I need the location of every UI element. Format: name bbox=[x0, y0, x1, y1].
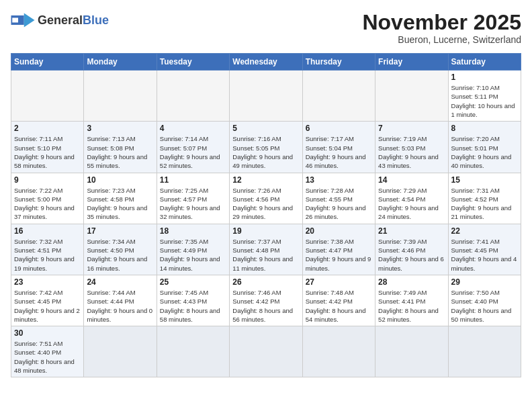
calendar-day-14: 14Sunrise: 7:29 AMSunset: 4:54 PMDayligh… bbox=[375, 173, 448, 224]
calendar-day-21: 21Sunrise: 7:39 AMSunset: 4:46 PMDayligh… bbox=[375, 224, 448, 275]
day-number-30: 30 bbox=[14, 328, 81, 338]
day-number-24: 24 bbox=[87, 277, 153, 287]
logo-icon bbox=[11, 11, 35, 30]
day-info-25: Sunrise: 7:45 AMSunset: 4:43 PMDaylight:… bbox=[160, 288, 226, 324]
day-number-11: 11 bbox=[160, 175, 226, 185]
calendar-day-27: 27Sunrise: 7:48 AMSunset: 4:42 PMDayligh… bbox=[302, 275, 375, 326]
calendar-row-4: 16Sunrise: 7:32 AMSunset: 4:51 PMDayligh… bbox=[11, 224, 521, 275]
calendar-day-15: 15Sunrise: 7:31 AMSunset: 4:52 PMDayligh… bbox=[448, 173, 521, 224]
day-number-21: 21 bbox=[378, 226, 445, 236]
day-number-17: 17 bbox=[87, 226, 153, 236]
day-info-16: Sunrise: 7:32 AMSunset: 4:51 PMDaylight:… bbox=[14, 237, 81, 273]
calendar-day-10: 10Sunrise: 7:23 AMSunset: 4:58 PMDayligh… bbox=[84, 173, 157, 224]
day-number-27: 27 bbox=[306, 277, 372, 287]
day-info-2: Sunrise: 7:11 AMSunset: 5:10 PMDaylight:… bbox=[14, 134, 81, 170]
day-info-8: Sunrise: 7:20 AMSunset: 5:01 PMDaylight:… bbox=[451, 134, 518, 170]
day-info-30: Sunrise: 7:51 AMSunset: 4:40 PMDaylight:… bbox=[14, 339, 81, 375]
calendar-day-9: 9Sunrise: 7:22 AMSunset: 5:00 PMDaylight… bbox=[11, 173, 84, 224]
day-number-10: 10 bbox=[87, 175, 153, 185]
day-info-27: Sunrise: 7:48 AMSunset: 4:42 PMDaylight:… bbox=[306, 288, 372, 324]
calendar-day-11: 11Sunrise: 7:25 AMSunset: 4:57 PMDayligh… bbox=[157, 173, 229, 224]
logo-text: GeneralBlue bbox=[38, 13, 109, 28]
day-number-19: 19 bbox=[232, 226, 299, 236]
day-number-9: 9 bbox=[14, 175, 81, 185]
day-number-8: 8 bbox=[451, 124, 518, 133]
calendar-day-23: 23Sunrise: 7:42 AMSunset: 4:45 PMDayligh… bbox=[11, 275, 84, 326]
calendar-day-19: 19Sunrise: 7:37 AMSunset: 4:48 PMDayligh… bbox=[230, 224, 302, 275]
calendar-table: Sunday Monday Tuesday Wednesday Thursday… bbox=[11, 53, 521, 377]
calendar-day-18: 18Sunrise: 7:35 AMSunset: 4:49 PMDayligh… bbox=[157, 224, 229, 275]
month-title: November 2025 bbox=[362, 11, 521, 34]
calendar-day-17: 17Sunrise: 7:34 AMSunset: 4:50 PMDayligh… bbox=[84, 224, 157, 275]
header-tuesday: Tuesday bbox=[157, 54, 229, 71]
calendar-row-6: 30Sunrise: 7:51 AMSunset: 4:40 PMDayligh… bbox=[11, 326, 521, 377]
day-number-6: 6 bbox=[306, 124, 372, 133]
day-number-3: 3 bbox=[87, 124, 153, 133]
day-info-3: Sunrise: 7:13 AMSunset: 5:08 PMDaylight:… bbox=[87, 134, 153, 170]
day-info-5: Sunrise: 7:16 AMSunset: 5:05 PMDaylight:… bbox=[232, 134, 299, 170]
day-number-5: 5 bbox=[232, 124, 299, 133]
day-number-18: 18 bbox=[160, 226, 226, 236]
calendar-day-1: 1Sunrise: 7:10 AMSunset: 5:11 PMDaylight… bbox=[448, 71, 521, 122]
calendar-day-20: 20Sunrise: 7:38 AMSunset: 4:47 PMDayligh… bbox=[302, 224, 375, 275]
day-info-23: Sunrise: 7:42 AMSunset: 4:45 PMDaylight:… bbox=[14, 288, 81, 324]
calendar-day-3: 3Sunrise: 7:13 AMSunset: 5:08 PMDaylight… bbox=[84, 122, 157, 173]
day-info-14: Sunrise: 7:29 AMSunset: 4:54 PMDaylight:… bbox=[378, 186, 445, 222]
day-info-17: Sunrise: 7:34 AMSunset: 4:50 PMDaylight:… bbox=[87, 237, 153, 273]
day-info-15: Sunrise: 7:31 AMSunset: 4:52 PMDaylight:… bbox=[451, 186, 518, 222]
calendar-day-7: 7Sunrise: 7:19 AMSunset: 5:03 PMDaylight… bbox=[375, 122, 448, 173]
day-number-7: 7 bbox=[378, 124, 445, 133]
day-info-22: Sunrise: 7:41 AMSunset: 4:45 PMDaylight:… bbox=[451, 237, 518, 273]
page-header: GeneralBlue November 2025 Bueron, Lucern… bbox=[11, 11, 521, 45]
calendar-row-2: 2Sunrise: 7:11 AMSunset: 5:10 PMDaylight… bbox=[11, 122, 521, 173]
day-number-22: 22 bbox=[451, 226, 518, 236]
calendar-row-1: 1Sunrise: 7:10 AMSunset: 5:11 PMDaylight… bbox=[11, 71, 521, 122]
title-block: November 2025 Bueron, Lucerne, Switzerla… bbox=[362, 11, 521, 45]
day-number-28: 28 bbox=[378, 277, 445, 287]
day-info-21: Sunrise: 7:39 AMSunset: 4:46 PMDaylight:… bbox=[378, 237, 445, 273]
day-info-1: Sunrise: 7:10 AMSunset: 5:11 PMDaylight:… bbox=[451, 83, 518, 119]
day-number-4: 4 bbox=[160, 124, 226, 133]
day-number-2: 2 bbox=[14, 124, 81, 133]
svg-marker-1 bbox=[24, 13, 35, 28]
day-info-12: Sunrise: 7:26 AMSunset: 4:56 PMDaylight:… bbox=[232, 186, 299, 222]
calendar-day-22: 22Sunrise: 7:41 AMSunset: 4:45 PMDayligh… bbox=[448, 224, 521, 275]
day-number-16: 16 bbox=[14, 226, 81, 236]
calendar-row-5: 23Sunrise: 7:42 AMSunset: 4:45 PMDayligh… bbox=[11, 275, 521, 326]
day-number-20: 20 bbox=[306, 226, 372, 236]
day-info-26: Sunrise: 7:46 AMSunset: 4:42 PMDaylight:… bbox=[232, 288, 299, 324]
calendar-day-4: 4Sunrise: 7:14 AMSunset: 5:07 PMDaylight… bbox=[157, 122, 229, 173]
header-friday: Friday bbox=[375, 54, 448, 71]
calendar-day-5: 5Sunrise: 7:16 AMSunset: 5:05 PMDaylight… bbox=[230, 122, 302, 173]
header-thursday: Thursday bbox=[302, 54, 375, 71]
day-info-20: Sunrise: 7:38 AMSunset: 4:47 PMDaylight:… bbox=[306, 237, 372, 273]
calendar-day-29: 29Sunrise: 7:50 AMSunset: 4:40 PMDayligh… bbox=[448, 275, 521, 326]
day-number-15: 15 bbox=[451, 175, 518, 185]
calendar-day-30: 30Sunrise: 7:51 AMSunset: 4:40 PMDayligh… bbox=[11, 326, 84, 377]
day-number-29: 29 bbox=[451, 277, 518, 287]
day-number-12: 12 bbox=[232, 175, 299, 185]
calendar-day-13: 13Sunrise: 7:28 AMSunset: 4:55 PMDayligh… bbox=[302, 173, 375, 224]
calendar-day-8: 8Sunrise: 7:20 AMSunset: 5:01 PMDaylight… bbox=[448, 122, 521, 173]
header-monday: Monday bbox=[84, 54, 157, 71]
calendar-day-24: 24Sunrise: 7:44 AMSunset: 4:44 PMDayligh… bbox=[84, 275, 157, 326]
svg-rect-2 bbox=[12, 18, 18, 23]
calendar-day-16: 16Sunrise: 7:32 AMSunset: 4:51 PMDayligh… bbox=[11, 224, 84, 275]
day-number-26: 26 bbox=[232, 277, 299, 287]
calendar-day-12: 12Sunrise: 7:26 AMSunset: 4:56 PMDayligh… bbox=[230, 173, 302, 224]
day-info-6: Sunrise: 7:17 AMSunset: 5:04 PMDaylight:… bbox=[306, 134, 372, 170]
calendar-day-2: 2Sunrise: 7:11 AMSunset: 5:10 PMDaylight… bbox=[11, 122, 84, 173]
day-info-18: Sunrise: 7:35 AMSunset: 4:49 PMDaylight:… bbox=[160, 237, 226, 273]
day-info-19: Sunrise: 7:37 AMSunset: 4:48 PMDaylight:… bbox=[232, 237, 299, 273]
calendar-row-3: 9Sunrise: 7:22 AMSunset: 5:00 PMDaylight… bbox=[11, 173, 521, 224]
calendar-day-26: 26Sunrise: 7:46 AMSunset: 4:42 PMDayligh… bbox=[230, 275, 302, 326]
day-info-4: Sunrise: 7:14 AMSunset: 5:07 PMDaylight:… bbox=[160, 134, 226, 170]
day-info-11: Sunrise: 7:25 AMSunset: 4:57 PMDaylight:… bbox=[160, 186, 226, 222]
day-number-25: 25 bbox=[160, 277, 226, 287]
day-number-1: 1 bbox=[451, 73, 518, 82]
logo: GeneralBlue bbox=[11, 11, 109, 30]
day-info-24: Sunrise: 7:44 AMSunset: 4:44 PMDaylight:… bbox=[87, 288, 153, 324]
calendar-day-6: 6Sunrise: 7:17 AMSunset: 5:04 PMDaylight… bbox=[302, 122, 375, 173]
location-subtitle: Bueron, Lucerne, Switzerland bbox=[362, 34, 521, 45]
header-saturday: Saturday bbox=[448, 54, 521, 71]
